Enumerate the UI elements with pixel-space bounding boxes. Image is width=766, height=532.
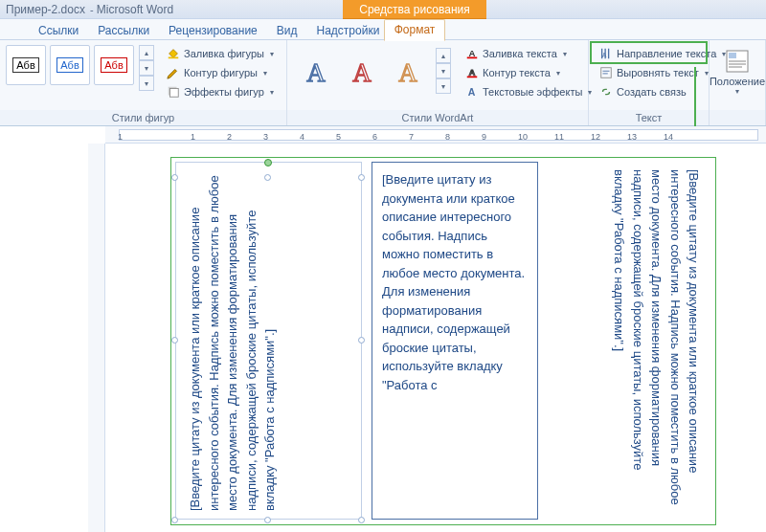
- app-title: Microsoft Word: [97, 3, 173, 16]
- selection-handle[interactable]: [358, 517, 365, 523]
- ruler-tick: 7: [409, 132, 414, 142]
- ruler-tick: 12: [591, 132, 600, 142]
- selection-handle[interactable]: [264, 517, 271, 523]
- text-effects-icon: A: [465, 85, 479, 99]
- wordart-style-1[interactable]: А: [295, 47, 337, 95]
- tab-view[interactable]: Вид: [267, 21, 307, 39]
- ruler-tick: 9: [482, 132, 486, 142]
- svg-rect-0: [169, 57, 179, 59]
- selection-handle[interactable]: [171, 174, 178, 181]
- ruler-tick: 1: [191, 132, 195, 142]
- shape-style-more[interactable]: ▾: [139, 76, 154, 91]
- tab-format[interactable]: Формат: [384, 19, 446, 41]
- create-link-button[interactable]: Создать связь: [597, 83, 729, 100]
- svg-text:А: А: [398, 58, 417, 87]
- text-direction-icon: A: [599, 47, 613, 60]
- wordart-more[interactable]: ▾: [436, 78, 451, 94]
- ruler-tick: 10: [518, 132, 528, 142]
- page[interactable]: [Введите цитату из документа или краткое…: [111, 147, 724, 530]
- textbox-2-text: [Введите цитату из документа или краткое…: [382, 172, 525, 392]
- svg-text:А: А: [306, 58, 326, 87]
- text-direction-button[interactable]: A Направление текста: [597, 45, 729, 62]
- wordart-up[interactable]: ▴: [436, 48, 451, 63]
- selection-handle[interactable]: [171, 517, 178, 523]
- shape-style-swatch-3[interactable]: Абв: [94, 45, 134, 85]
- svg-text:A: A: [468, 86, 476, 98]
- wordart-style-3[interactable]: А: [387, 47, 429, 95]
- group-label-position: [710, 110, 765, 125]
- shape-outline-button[interactable]: Контур фигуры: [164, 64, 277, 81]
- tab-links[interactable]: Ссылки: [29, 21, 88, 39]
- shape-style-swatch-2[interactable]: Абв: [50, 45, 90, 85]
- textbox-3[interactable]: [Введите цитату из документа или краткое…: [546, 162, 712, 520]
- ruler-tick: 2: [227, 132, 232, 142]
- bucket-icon: [167, 47, 180, 60]
- align-text-icon: [599, 66, 613, 79]
- group-label-shape-styles: Стили фигур: [0, 110, 286, 125]
- selection-handle[interactable]: [358, 174, 365, 181]
- svg-text:A: A: [602, 52, 607, 58]
- title-bar: Пример-2.docx - Microsoft Word Средства …: [0, 0, 766, 19]
- wordart-down[interactable]: ▾: [436, 63, 451, 78]
- document-area: 11234567891011121314 [Введите цитату из …: [0, 126, 766, 532]
- shape-fill-button[interactable]: Заливка фигуры: [164, 45, 277, 62]
- svg-rect-2: [170, 89, 179, 98]
- ruler-tick: 5: [336, 132, 341, 142]
- rotation-handle[interactable]: [264, 159, 272, 166]
- ruler-tick: 14: [664, 132, 673, 142]
- document-title: Пример-2.docx: [6, 3, 85, 16]
- shape-style-up[interactable]: ▴: [139, 45, 154, 60]
- svg-text:А: А: [352, 58, 372, 87]
- tab-mail[interactable]: Рассылки: [88, 21, 159, 39]
- tab-review[interactable]: Рецензирование: [159, 21, 267, 39]
- ruler-tick: 3: [263, 132, 268, 142]
- title-separator: -: [87, 4, 97, 15]
- group-label-wordart: Стили WordArt: [287, 110, 588, 125]
- svg-rect-9: [467, 77, 478, 78]
- text-fill-button[interactable]: A Заливка текста: [462, 45, 595, 62]
- pencil-icon: [167, 66, 180, 79]
- vertical-ruler[interactable]: [88, 144, 105, 532]
- text-fill-icon: A: [465, 47, 479, 60]
- ruler-tick: 6: [372, 132, 377, 142]
- ruler-tick: 1: [118, 132, 123, 142]
- shape-style-swatch-1[interactable]: Абв: [6, 45, 46, 85]
- contextual-tab-header: Средства рисования: [343, 0, 486, 19]
- selection-handle[interactable]: [171, 337, 178, 344]
- svg-rect-7: [467, 57, 478, 59]
- effects-icon: [167, 85, 180, 99]
- shape-effects-button[interactable]: Эффекты фигур: [164, 83, 277, 100]
- ruler-tick: 8: [445, 132, 450, 142]
- horizontal-ruler[interactable]: 11234567891011121314: [105, 126, 766, 144]
- svg-text:A: A: [469, 67, 476, 78]
- ruler-tick: 4: [300, 132, 304, 142]
- textbox-2[interactable]: [Введите цитату из документа или краткое…: [372, 162, 538, 520]
- textbox-1-text: [Введите цитату из документа или краткое…: [188, 175, 277, 511]
- align-text-button[interactable]: Выровнять текст: [597, 64, 729, 81]
- svg-rect-12: [601, 68, 612, 78]
- textbox-3-text: [Введите цитату из документа или краткое…: [612, 169, 701, 505]
- ribbon-tabs: Ссылки Рассылки Рецензирование Вид Надст…: [0, 19, 766, 40]
- selection-handle[interactable]: [358, 337, 365, 344]
- text-outline-button[interactable]: A Контур текста: [462, 64, 595, 81]
- ruler-tick: 13: [627, 132, 637, 142]
- shape-style-down[interactable]: ▾: [139, 60, 154, 76]
- group-label-text: Текст: [589, 110, 709, 125]
- text-effects-button[interactable]: A Текстовые эффекты: [462, 83, 595, 100]
- link-icon: [599, 85, 613, 99]
- ruler-tick: 11: [554, 132, 564, 142]
- text-outline-icon: A: [465, 66, 479, 79]
- svg-text:A: A: [469, 48, 476, 58]
- textbox-1[interactable]: [Введите цитату из документа или краткое…: [175, 162, 362, 520]
- ribbon: Абв Абв Абв ▴ ▾ ▾ Заливка фигуры Контур …: [0, 40, 766, 126]
- wordart-style-2[interactable]: А: [341, 47, 383, 95]
- selection-handle[interactable]: [264, 174, 271, 181]
